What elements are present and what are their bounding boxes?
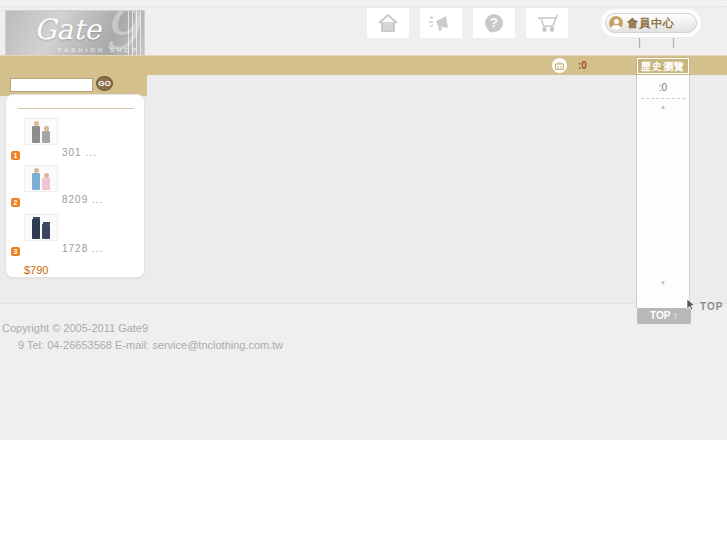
product-thumbnail bbox=[24, 118, 58, 145]
rank-badge: 3 bbox=[11, 247, 20, 256]
product-code: 1728 ... bbox=[62, 243, 103, 254]
logo-title: Gate bbox=[34, 13, 101, 46]
panel-divider bbox=[18, 108, 134, 109]
announcement-button[interactable] bbox=[420, 8, 462, 38]
footer-copyright: Copyright © 2005-2011 Gate9 bbox=[2, 322, 148, 334]
product-thumbnail bbox=[24, 214, 58, 241]
search-go-button[interactable]: GO bbox=[96, 76, 113, 91]
back-to-top-link[interactable]: TOP bbox=[700, 301, 723, 312]
history-divider bbox=[641, 98, 685, 99]
home-icon bbox=[376, 12, 400, 34]
header-link-separators: | | bbox=[638, 36, 689, 48]
product-code: 301 ... bbox=[62, 147, 97, 158]
notice-bar bbox=[0, 55, 727, 75]
scroll-up-icon[interactable]: ▲ bbox=[637, 104, 689, 110]
home-button[interactable] bbox=[367, 8, 409, 38]
rank-badge: 1 bbox=[11, 151, 20, 160]
scroll-down-icon[interactable]: ▼ bbox=[637, 280, 689, 286]
history-panel-title: 歷史瀏覽 bbox=[637, 58, 689, 74]
mouse-cursor bbox=[686, 297, 696, 315]
site-logo[interactable]: 9 Gate FASHION SHOP bbox=[5, 10, 145, 56]
footer-contact: 9 Tel: 04-26653568 E-mail: service@tnclo… bbox=[18, 339, 283, 351]
product-row-3[interactable]: 3 1728 ... $790 bbox=[6, 214, 146, 262]
product-price: $790 bbox=[24, 264, 48, 276]
basket-count-icon bbox=[552, 58, 567, 73]
search-input[interactable] bbox=[10, 78, 93, 92]
product-row-1[interactable]: 1 301 ... $390 bbox=[6, 118, 146, 166]
history-top-button[interactable]: TOP ↑ bbox=[637, 308, 691, 324]
history-count: :0 bbox=[637, 82, 689, 93]
rank-badge: 2 bbox=[11, 198, 20, 207]
announcement-icon bbox=[428, 12, 454, 34]
page: 9 Gate FASHION SHOP ? bbox=[0, 0, 727, 545]
history-panel: 歷史瀏覽 :0 ▲ ▼ TOP ↑ bbox=[636, 57, 690, 309]
cart-button[interactable] bbox=[526, 8, 568, 38]
product-row-2[interactable]: 2 8209 ... $188 bbox=[6, 165, 146, 213]
member-center-button[interactable]: 會員中心 bbox=[605, 13, 697, 33]
member-avatar-icon bbox=[609, 16, 623, 30]
member-center-label: 會員中心 bbox=[627, 16, 675, 31]
logo-subtitle: FASHION SHOP bbox=[58, 47, 139, 53]
ranking-panel: 1 301 ... $390 2 8209 ... $188 3 1728 ..… bbox=[5, 94, 145, 278]
product-thumbnail bbox=[24, 165, 58, 192]
help-button[interactable]: ? bbox=[473, 8, 515, 38]
top-strip bbox=[0, 0, 727, 7]
help-icon: ? bbox=[485, 14, 503, 32]
logo-stripes bbox=[128, 11, 144, 55]
cart-icon bbox=[534, 12, 560, 34]
product-code: 8209 ... bbox=[62, 194, 103, 205]
cart-count-text: :0 bbox=[578, 60, 587, 71]
